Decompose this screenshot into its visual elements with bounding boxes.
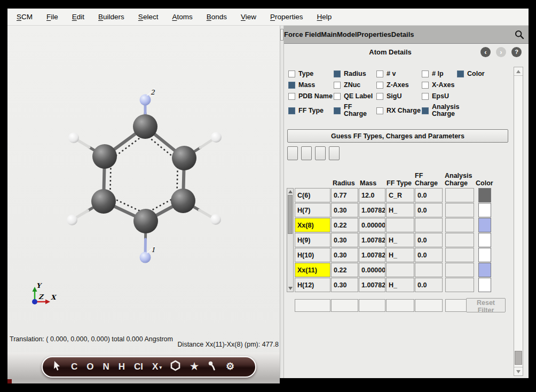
option-checkbox[interactable]: Color xyxy=(457,70,511,77)
reset-filter-button[interactable]: Reset Filter xyxy=(466,298,506,312)
atom-name-cell[interactable]: C(6) xyxy=(295,188,330,202)
atom-xx11[interactable] xyxy=(140,252,151,263)
checkbox-box[interactable] xyxy=(422,70,429,77)
ff-charge-cell[interactable]: 0.0 xyxy=(415,233,443,247)
scroll-up-icon[interactable] xyxy=(288,190,293,193)
option-checkbox[interactable]: # v xyxy=(376,70,422,77)
atom-name-cell[interactable]: Xx(8) xyxy=(295,218,330,232)
option-checkbox[interactable]: # lp xyxy=(422,70,457,77)
option-checkbox[interactable]: QE Label xyxy=(334,93,376,100)
option-checkbox[interactable]: ZNuc xyxy=(334,82,376,89)
radius-cell[interactable]: 0.22 xyxy=(331,263,358,277)
analysis-charge-cell[interactable] xyxy=(445,263,474,277)
mass-cell[interactable]: 0.000001 xyxy=(359,218,385,232)
analysis-charge-cell[interactable] xyxy=(445,203,474,217)
option-checkbox[interactable]: Mass xyxy=(288,82,334,89)
atom-color-swatch[interactable] xyxy=(478,263,491,277)
option-checkbox[interactable]: FF Type xyxy=(288,107,334,114)
checkbox-box[interactable] xyxy=(457,70,464,77)
analysis-charge-cell[interactable] xyxy=(445,188,474,202)
atom-h7[interactable] xyxy=(68,132,79,143)
atom-c3[interactable] xyxy=(171,189,195,213)
help-button[interactable]: ? xyxy=(511,47,522,57)
atom-color-swatch[interactable] xyxy=(478,233,491,247)
menu-item[interactable]: File xyxy=(40,13,65,21)
panel-scrollbar[interactable] xyxy=(514,67,523,376)
checkbox-box[interactable] xyxy=(334,107,341,114)
atom-c1[interactable] xyxy=(133,114,157,139)
atom-name-cell[interactable]: H(10) xyxy=(295,248,330,262)
checkbox-box[interactable] xyxy=(376,82,383,89)
analysis-charge-cell[interactable] xyxy=(445,278,474,292)
ff-charge-cell[interactable]: 0.0 xyxy=(415,188,443,202)
option-checkbox[interactable]: SigU xyxy=(376,93,422,100)
ff-charge-cell[interactable]: 0.0 xyxy=(415,278,443,292)
mass-cell[interactable]: 12.0 xyxy=(359,188,385,202)
mass-cell[interactable]: 1.007825 xyxy=(359,233,385,247)
radius-cell[interactable]: 0.30 xyxy=(331,248,358,262)
ff-charge-cell[interactable]: 0.0 xyxy=(415,203,443,217)
mass-cell[interactable]: 1.007825 xyxy=(359,278,385,292)
option-checkbox[interactable]: Type xyxy=(288,70,334,77)
atom-name-cell[interactable]: Xx(11) xyxy=(295,263,330,277)
radius-cell[interactable]: 0.30 xyxy=(331,203,358,217)
option-checkbox[interactable]: X-Axes xyxy=(422,82,457,89)
ff-type-cell[interactable]: H_ xyxy=(386,278,414,292)
mass-cell[interactable]: 1.007825 xyxy=(359,248,385,262)
clear-button[interactable] xyxy=(287,146,298,160)
panel-tab[interactable]: Main xyxy=(321,26,337,43)
checkbox-box[interactable] xyxy=(334,82,341,89)
ff-type-cell[interactable]: H_ xyxy=(386,203,414,217)
ff-type-cell[interactable]: H_ xyxy=(386,233,414,247)
panel-tab[interactable]: Model xyxy=(337,26,357,43)
scroll-up-icon[interactable] xyxy=(514,67,523,76)
scroll-down-icon[interactable] xyxy=(514,367,523,375)
checkbox-box[interactable] xyxy=(422,82,429,89)
menu-item[interactable]: Properties xyxy=(263,13,310,21)
analysis-charge-cell[interactable] xyxy=(445,248,474,262)
option-checkbox[interactable]: Radius xyxy=(334,70,376,77)
atom-xx8[interactable] xyxy=(140,95,151,106)
filter-input[interactable] xyxy=(331,299,358,312)
atom-color-swatch[interactable] xyxy=(478,278,491,292)
menu-item[interactable]: Help xyxy=(310,13,339,21)
filter-input[interactable] xyxy=(295,299,330,312)
checkbox-box[interactable] xyxy=(288,70,295,77)
table-scrollbar-thumb[interactable] xyxy=(288,195,293,234)
atom-name-cell[interactable]: H(7) xyxy=(295,203,330,217)
checkbox-box[interactable] xyxy=(422,107,429,114)
ff-type-cell[interactable]: C_R xyxy=(386,188,414,202)
atom-name-cell[interactable]: H(12) xyxy=(295,278,330,292)
atom-color-swatch[interactable] xyxy=(478,188,491,202)
checkbox-box[interactable] xyxy=(376,93,383,100)
scroll-down-icon[interactable] xyxy=(288,287,293,290)
menu-item[interactable]: SCM xyxy=(10,13,40,21)
radius-cell[interactable]: 0.22 xyxy=(331,218,358,232)
panel-splitter[interactable] xyxy=(280,26,284,378)
option-checkbox[interactable]: Z-Axes xyxy=(376,82,422,89)
checkbox-box[interactable] xyxy=(334,70,341,77)
mass-cell[interactable]: 1.007825 xyxy=(359,203,385,217)
panel-tab[interactable]: Force Field xyxy=(284,26,321,43)
search-icon[interactable] xyxy=(514,29,525,41)
guess-ff-button[interactable]: Guess FF Types, Charges and Parameters xyxy=(287,129,508,143)
ff-type-cell[interactable] xyxy=(386,263,414,277)
clear-button[interactable] xyxy=(301,146,312,160)
table-scrollbar[interactable] xyxy=(287,188,294,292)
checkbox-box[interactable] xyxy=(288,93,295,100)
filter-input[interactable] xyxy=(386,299,414,312)
checkbox-box[interactable] xyxy=(288,107,295,114)
ff-type-cell[interactable] xyxy=(386,218,414,232)
atom-c2[interactable] xyxy=(172,146,196,170)
atom-h12[interactable] xyxy=(210,214,221,225)
menu-item[interactable]: Atoms xyxy=(165,13,199,21)
nav-back-button[interactable]: ‹ xyxy=(480,47,491,57)
panel-tab[interactable]: Properties xyxy=(357,26,391,43)
menu-item[interactable]: Select xyxy=(131,13,165,21)
nav-forward-button[interactable]: › xyxy=(496,47,506,57)
filter-input[interactable] xyxy=(359,299,385,312)
panel-tab[interactable]: Details xyxy=(391,26,414,43)
mass-cell[interactable]: 0.000001 xyxy=(359,263,385,277)
molecule-canvas[interactable]: 2 1 Y X Z xyxy=(7,26,280,352)
atom-h9[interactable] xyxy=(211,132,222,143)
